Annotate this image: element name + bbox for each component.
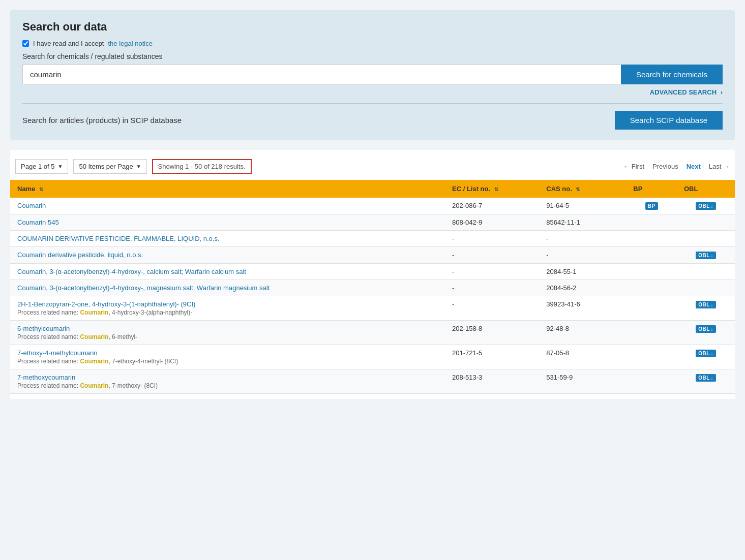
table-body: Coumarin202-086-791-64-5BPOBLCoumarin 54… bbox=[10, 198, 735, 394]
cell-ec: 201-721-5 bbox=[445, 345, 539, 369]
cell-bp bbox=[626, 296, 677, 321]
chemical-name-link[interactable]: Coumarin bbox=[17, 202, 46, 209]
obl-badge[interactable]: OBL bbox=[696, 350, 716, 357]
chemical-name-link[interactable]: COUMARIN DERIVATIVE PESTICIDE, FLAMMABLE… bbox=[17, 235, 220, 242]
search-row: Search for chemicals bbox=[22, 65, 723, 84]
cell-ec: 202-158-8 bbox=[445, 321, 539, 345]
cell-name: COUMARIN DERIVATIVE PESTICIDE, FLAMMABLE… bbox=[10, 231, 445, 247]
table-row: Coumarin, 3-(α-acetonylbenzyl)-4-hydroxy… bbox=[10, 280, 735, 296]
bp-badge[interactable]: BP bbox=[645, 202, 658, 210]
cell-ec: - bbox=[445, 231, 539, 247]
cell-bp bbox=[626, 247, 677, 264]
items-per-page-selector[interactable]: 50 Items per Page ▼ bbox=[73, 159, 146, 174]
cell-obl: OBL bbox=[677, 247, 735, 264]
legal-link[interactable]: the legal notice bbox=[108, 40, 152, 47]
cell-cas: 87-05-8 bbox=[539, 345, 626, 369]
search-chemicals-button[interactable]: Search for chemicals bbox=[621, 65, 723, 84]
chemical-name-link[interactable]: 7-ethoxy-4-methylcoumarin bbox=[17, 349, 98, 357]
cell-obl: OBL bbox=[677, 321, 735, 345]
highlight-text: Coumarin bbox=[80, 358, 108, 365]
obl-badge[interactable]: OBL bbox=[696, 202, 716, 210]
obl-badge[interactable]: OBL bbox=[696, 374, 716, 382]
cell-name: 2H-1-Benzopyran-2-one, 4-hydroxy-3-(1-na… bbox=[10, 296, 445, 321]
cell-bp bbox=[626, 231, 677, 247]
cell-ec: 208-513-3 bbox=[445, 369, 539, 394]
results-count: Showing 1 - 50 of 218 results. bbox=[152, 159, 252, 174]
chemical-name-link[interactable]: Coumarin derivative pesticide, liquid, n… bbox=[17, 251, 143, 259]
advanced-search-row: ADVANCED SEARCH › bbox=[22, 88, 723, 96]
chemical-name-link[interactable]: 6-methylcoumarin bbox=[17, 325, 70, 332]
process-related-name: Process related name: Coumarin, 7-ethoxy… bbox=[17, 358, 438, 365]
cell-name: Coumarin derivative pesticide, liquid, n… bbox=[10, 247, 445, 264]
nav-links: ← First Previous Next Last → bbox=[623, 163, 730, 170]
chemical-name-link[interactable]: Coumarin, 3-(α-acetonylbenzyl)-4-hydroxy… bbox=[17, 284, 270, 292]
results-section: Page 1 of 5 ▼ 50 Items per Page ▼ Showin… bbox=[10, 150, 735, 399]
cell-obl: OBL bbox=[677, 198, 735, 214]
table-row: Coumarin, 3-(α-acetonylbenzyl)-4-hydroxy… bbox=[10, 264, 735, 280]
table-row: 2H-1-Benzopyran-2-one, 4-hydroxy-3-(1-na… bbox=[10, 296, 735, 321]
next-page-link[interactable]: Next bbox=[687, 163, 701, 170]
cell-bp bbox=[626, 280, 677, 296]
cell-bp: BP bbox=[626, 198, 677, 214]
obl-badge[interactable]: OBL bbox=[696, 325, 716, 333]
last-page-link[interactable]: Last → bbox=[709, 163, 730, 170]
table-row: 7-methoxycoumarinProcess related name: C… bbox=[10, 369, 735, 394]
scip-search-button[interactable]: Search SCIP database bbox=[615, 111, 723, 130]
table-header: Name ⇅ EC / List no. ⇅ CAS no. ⇅ BP bbox=[10, 180, 735, 198]
legal-notice-row: I have read and I accept the legal notic… bbox=[22, 40, 723, 47]
cell-name: 7-ethoxy-4-methylcoumarinProcess related… bbox=[10, 345, 445, 369]
chemical-name-link[interactable]: Coumarin 545 bbox=[17, 219, 59, 226]
cell-ec: 808-042-9 bbox=[445, 214, 539, 231]
table-row: COUMARIN DERIVATIVE PESTICIDE, FLAMMABLE… bbox=[10, 231, 735, 247]
chemical-name-link[interactable]: 2H-1-Benzopyran-2-one, 4-hydroxy-3-(1-na… bbox=[17, 300, 195, 308]
chemical-name-link[interactable]: Coumarin, 3-(α-acetonylbenzyl)-4-hydroxy… bbox=[17, 268, 246, 275]
obl-badge[interactable]: OBL bbox=[696, 252, 716, 259]
cell-obl bbox=[677, 214, 735, 231]
col-header-ec: EC / List no. ⇅ bbox=[445, 180, 539, 198]
advanced-search-link[interactable]: ADVANCED SEARCH bbox=[650, 88, 717, 96]
page-title: Search our data bbox=[22, 20, 723, 34]
ec-sort-icon[interactable]: ⇅ bbox=[494, 186, 498, 192]
cell-obl bbox=[677, 231, 735, 247]
previous-page-link[interactable]: Previous bbox=[652, 163, 678, 170]
chemical-name-link[interactable]: 7-methoxycoumarin bbox=[17, 374, 75, 381]
table-header-row: Name ⇅ EC / List no. ⇅ CAS no. ⇅ BP bbox=[10, 180, 735, 198]
pagination-row: Page 1 of 5 ▼ 50 Items per Page ▼ Showin… bbox=[10, 155, 735, 178]
cell-ec: 202-086-7 bbox=[445, 198, 539, 214]
obl-badge[interactable]: OBL bbox=[696, 301, 716, 308]
cell-name: Coumarin, 3-(α-acetonylbenzyl)-4-hydroxy… bbox=[10, 280, 445, 296]
col-header-bp: BP bbox=[626, 180, 677, 198]
process-related-name: Process related name: Coumarin, 7-methox… bbox=[17, 382, 438, 389]
cell-obl: OBL bbox=[677, 296, 735, 321]
section-divider bbox=[22, 103, 723, 104]
cell-name: Coumarin, 3-(α-acetonylbenzyl)-4-hydroxy… bbox=[10, 264, 445, 280]
cell-bp bbox=[626, 321, 677, 345]
items-selector-chevron: ▼ bbox=[136, 164, 141, 169]
cell-ec: - bbox=[445, 247, 539, 264]
cell-bp bbox=[626, 369, 677, 394]
search-input[interactable] bbox=[22, 65, 621, 84]
scip-row: Search for articles (products) in SCIP d… bbox=[22, 111, 723, 130]
table-row: Coumarin derivative pesticide, liquid, n… bbox=[10, 247, 735, 264]
legal-checkbox[interactable] bbox=[22, 40, 29, 47]
table-row: Coumarin 545808-042-985642-11-1 bbox=[10, 214, 735, 231]
col-header-cas: CAS no. ⇅ bbox=[539, 180, 626, 198]
cell-ec: - bbox=[445, 296, 539, 321]
cell-name: 7-methoxycoumarinProcess related name: C… bbox=[10, 369, 445, 394]
cas-sort-icon[interactable]: ⇅ bbox=[576, 186, 580, 192]
page-selector-chevron: ▼ bbox=[58, 164, 63, 169]
col-header-name: Name ⇅ bbox=[10, 180, 445, 198]
cell-bp bbox=[626, 214, 677, 231]
page-selector[interactable]: Page 1 of 5 ▼ bbox=[15, 159, 68, 174]
cell-obl bbox=[677, 264, 735, 280]
page-wrapper: Search our data I have read and I accept… bbox=[0, 0, 745, 409]
process-related-name: Process related name: Coumarin, 6-methyl… bbox=[17, 333, 438, 340]
scip-label: Search for articles (products) in SCIP d… bbox=[22, 116, 182, 125]
cell-cas: 91-64-5 bbox=[539, 198, 626, 214]
name-sort-icon[interactable]: ⇅ bbox=[39, 186, 43, 192]
process-related-name: Process related name: Coumarin, 4-hydrox… bbox=[17, 309, 438, 316]
table-row: 6-methylcoumarinProcess related name: Co… bbox=[10, 321, 735, 345]
legal-text: I have read and I accept bbox=[33, 40, 104, 47]
first-page-link[interactable]: ← First bbox=[623, 163, 644, 170]
cell-ec: - bbox=[445, 280, 539, 296]
